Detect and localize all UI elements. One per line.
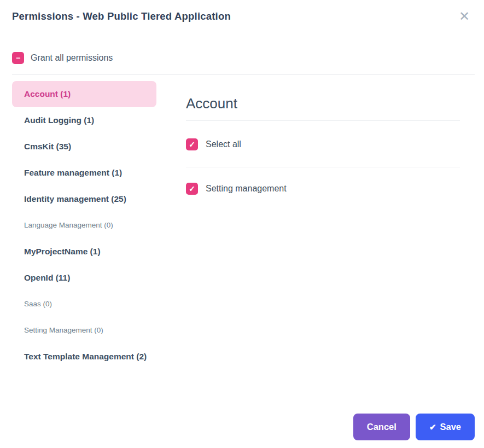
modal-header: Permissions - Web Public Tiered Applicat… xyxy=(0,0,484,24)
save-button[interactable]: ✔ Save xyxy=(416,414,475,440)
check-icon: ✓ xyxy=(189,185,195,193)
panel-title: Account xyxy=(186,94,460,113)
sidebar-item-cmskit[interactable]: CmsKit (35) xyxy=(12,133,156,160)
save-button-label: Save xyxy=(440,422,461,432)
grant-all-label: Grant all permissions xyxy=(31,53,113,63)
modal-title: Permissions - Web Public Tiered Applicat… xyxy=(12,9,231,24)
permission-panel: Account ✓ Select all ✓ Setting managemen… xyxy=(186,75,460,195)
sidebar-item-myprojectname[interactable]: MyProjectName (1) xyxy=(12,238,156,265)
sidebar-item-audit-logging[interactable]: Audit Logging (1) xyxy=(12,107,156,133)
select-all-label: Select all xyxy=(206,139,241,149)
sidebar-item-setting-management[interactable]: Setting Management (0) xyxy=(12,317,156,344)
select-all-row[interactable]: ✓ Select all xyxy=(186,138,460,150)
check-icon: ✔ xyxy=(429,422,436,432)
permission-row-setting-management[interactable]: ✓ Setting management xyxy=(186,183,460,195)
sidebar-item-saas[interactable]: Saas (0) xyxy=(12,291,156,317)
permission-checkbox-checked[interactable]: ✓ xyxy=(186,183,198,195)
sidebar-item-openid[interactable]: OpenId (11) xyxy=(12,265,156,291)
permission-label: Setting management xyxy=(206,184,287,194)
cancel-button[interactable]: Cancel xyxy=(353,414,410,440)
close-icon: ✕ xyxy=(459,9,470,24)
sidebar-item-language-management[interactable]: Language Management (0) xyxy=(12,212,156,238)
permission-group-nav: Account (1) Audit Logging (1) CmsKit (35… xyxy=(0,75,156,370)
grant-all-permissions-row[interactable]: − Grant all permissions xyxy=(12,52,472,64)
modal-footer: Cancel ✔ Save xyxy=(353,414,475,440)
modal-body: Account (1) Audit Logging (1) CmsKit (35… xyxy=(0,75,484,370)
select-all-divider xyxy=(186,167,460,167)
close-button[interactable]: ✕ xyxy=(457,9,472,24)
grant-all-checkbox-indeterminate[interactable]: − xyxy=(12,52,24,64)
select-all-checkbox-checked[interactable]: ✓ xyxy=(186,138,198,150)
panel-title-divider xyxy=(186,120,460,121)
sidebar-item-feature-management[interactable]: Feature management (1) xyxy=(12,160,156,186)
minus-icon: − xyxy=(16,54,20,62)
sidebar-item-account[interactable]: Account (1) xyxy=(12,81,156,107)
sidebar-item-text-template-management[interactable]: Text Template Management (2) xyxy=(12,344,156,370)
sidebar-item-identity-management[interactable]: Identity management (25) xyxy=(12,186,156,212)
check-icon: ✓ xyxy=(189,141,195,148)
